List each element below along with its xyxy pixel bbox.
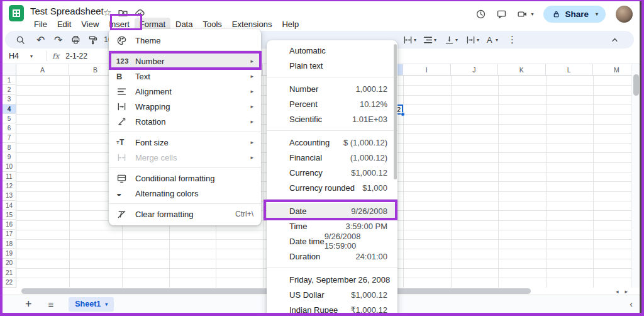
row-header-9[interactable]: 9 (3, 152, 16, 162)
paint-format-icon[interactable] (87, 31, 98, 48)
row-header-14[interactable]: 14 (3, 201, 16, 210)
number-format-option-accounting[interactable]: Accounting$ (1,000.12) (267, 135, 397, 150)
merge-cells-icon-dropdown-icon[interactable]: ▾ (414, 31, 416, 48)
vertical-align-icon[interactable] (444, 31, 455, 48)
sheet-tab-active[interactable]: Sheet1 ▾ (69, 297, 114, 312)
text-wrap-icon-dropdown-icon[interactable]: ▾ (477, 31, 479, 48)
number-format-option-percent[interactable]: Percent10.12% (267, 96, 397, 111)
menubar-item-view[interactable]: View (76, 18, 104, 31)
number-format-option-currency-rounded[interactable]: Currency rounded$1,000 (267, 180, 397, 195)
format-menu-item-conditional-formatting[interactable]: Conditional formatting (109, 171, 261, 186)
star-icon[interactable]: ☆ (103, 7, 111, 18)
all-sheets-icon[interactable]: ≡ (48, 299, 54, 310)
name-box[interactable]: H4 ▾ (3, 52, 42, 60)
print-icon[interactable] (70, 31, 81, 48)
vertical-scrollbar-thumb[interactable] (633, 74, 639, 96)
more-vertical-icon[interactable]: ⋮ (508, 31, 517, 48)
number-format-option-currency[interactable]: Currency$1,000.12 (267, 165, 397, 180)
row-header-18[interactable]: 18 (3, 239, 16, 249)
column-header-j[interactable]: J (451, 64, 499, 76)
sheets-logo-icon[interactable] (9, 5, 24, 21)
number-format-option-us-dollar[interactable]: US Dollar$1,000.12 (267, 287, 397, 302)
row-header-15[interactable]: 15 (3, 210, 16, 220)
row-header-1[interactable]: 1 (3, 76, 16, 85)
row-header-5[interactable]: 5 (3, 114, 16, 123)
sidebar-collapse-icon[interactable]: ‹ (630, 299, 633, 309)
select-all-corner[interactable] (3, 64, 16, 76)
undo-icon[interactable]: ↶ (36, 31, 45, 48)
text-rotation-icon[interactable]: A (487, 31, 492, 48)
format-menu-item-clear-formatting[interactable]: Clear formattingCtrl+\ (109, 206, 261, 222)
number-format-option-automatic[interactable]: Automatic (267, 43, 397, 58)
row-header-21[interactable]: 21 (3, 268, 16, 278)
row-header-2[interactable]: 2 (3, 85, 16, 94)
row-header-11[interactable]: 11 (3, 172, 16, 181)
redo-icon[interactable]: ↷ (54, 31, 62, 48)
history-icon[interactable] (475, 9, 486, 20)
collapse-toolbar-icon[interactable] (609, 31, 620, 48)
menubar-item-file[interactable]: File (29, 18, 52, 31)
vertical-scrollbar[interactable] (631, 64, 640, 288)
scroll-left-icon[interactable]: ◂ (616, 288, 619, 295)
avatar[interactable] (616, 6, 633, 23)
fill-handle[interactable] (401, 112, 405, 116)
horizontal-align-icon[interactable] (423, 31, 433, 48)
merge-cells-icon[interactable] (402, 31, 413, 48)
column-header-l[interactable]: L (546, 64, 594, 76)
column-header-i[interactable]: I (403, 64, 451, 76)
format-menu-item-number[interactable]: 123Number▸ (109, 54, 261, 69)
format-menu-item-alignment[interactable]: Alignment▸ (109, 84, 261, 99)
format-menu-item-merge-cells[interactable]: Merge cells▸ (109, 150, 261, 165)
row-header-8[interactable]: 8 (3, 143, 16, 152)
meet-button[interactable]: ▾ (517, 9, 533, 20)
format-menu-item-wrapping[interactable]: Wrapping▸ (109, 99, 261, 114)
move-folder-icon[interactable] (118, 8, 128, 18)
format-menu-item-theme[interactable]: Theme (109, 33, 261, 48)
search-icon[interactable] (15, 31, 26, 48)
scroll-right-icon[interactable]: ▸ (625, 288, 628, 295)
row-header-6[interactable]: 6 (3, 124, 16, 133)
number-format-option-date[interactable]: Date9/26/2008 (267, 203, 397, 218)
text-wrap-icon[interactable] (465, 31, 476, 48)
row-header-12[interactable]: 12 (3, 181, 16, 191)
row-header-19[interactable]: 19 (3, 249, 16, 258)
text-rotation-dropdown-icon[interactable]: ▾ (496, 31, 498, 48)
document-title[interactable]: Test Spreadsheet (30, 6, 104, 16)
row-header-10[interactable]: 10 (3, 162, 16, 172)
number-format-option-indian-rupee[interactable]: Indian Rupee₹1,000.12 (267, 302, 397, 313)
horizontal-align-icon-dropdown-icon[interactable]: ▾ (434, 31, 436, 48)
number-format-option-duration[interactable]: Duration24:01:00 (267, 249, 397, 264)
column-header-a[interactable]: A (16, 64, 69, 76)
number-format-option-plain-text[interactable]: Plain text (267, 58, 397, 73)
format-menu-item-font-size[interactable]: TTFont size▸ (109, 135, 261, 150)
comment-icon[interactable] (496, 9, 507, 20)
add-sheet-button[interactable]: + (25, 298, 32, 310)
column-header-k[interactable]: K (498, 64, 546, 76)
format-menu-item-text[interactable]: BText▸ (109, 69, 261, 84)
number-format-option-date-time[interactable]: Date time9/26/2008 15:59:00 (267, 234, 397, 249)
row-header-3[interactable]: 3 (3, 95, 16, 104)
row-header-17[interactable]: 17 (3, 230, 16, 239)
row-header-20[interactable]: 20 (3, 259, 16, 268)
number-format-option-friday-september-26-2008[interactable]: Friday, September 26, 2008 (267, 272, 397, 287)
number-format-option-financial[interactable]: Financial(1,000.12) (267, 150, 397, 165)
name-box-dropdown-icon[interactable]: ▾ (30, 54, 33, 59)
row-header-4[interactable]: 4 (3, 104, 16, 114)
row-header-7[interactable]: 7 (3, 133, 16, 143)
share-dropdown-icon[interactable]: ▾ (596, 11, 598, 17)
share-button[interactable]: Share ▾ (543, 6, 606, 23)
menu-item-label: Theme (135, 36, 160, 45)
submenu-scrollbar-thumb[interactable] (394, 44, 397, 179)
row-header-16[interactable]: 16 (3, 220, 16, 230)
number-format-option-scientific[interactable]: Scientific1.01E+03 (267, 111, 397, 127)
row-header-13[interactable]: 13 (3, 191, 16, 201)
number-format-option-number[interactable]: Number1,000.12 (267, 81, 397, 96)
row-header-22[interactable]: 22 (3, 278, 16, 287)
menubar-item-edit[interactable]: Edit (52, 18, 76, 31)
menubar-item-help[interactable]: Help (277, 18, 304, 31)
vertical-align-icon-dropdown-icon[interactable]: ▾ (455, 31, 458, 48)
formula-input[interactable]: 2-1-22 (65, 52, 87, 60)
sheet-tab-dropdown-icon[interactable]: ▾ (105, 302, 108, 307)
format-menu-item-alternating-colors[interactable]: ◒Alternating colors (109, 186, 261, 201)
format-menu-item-rotation[interactable]: Rotation▸ (109, 114, 261, 129)
